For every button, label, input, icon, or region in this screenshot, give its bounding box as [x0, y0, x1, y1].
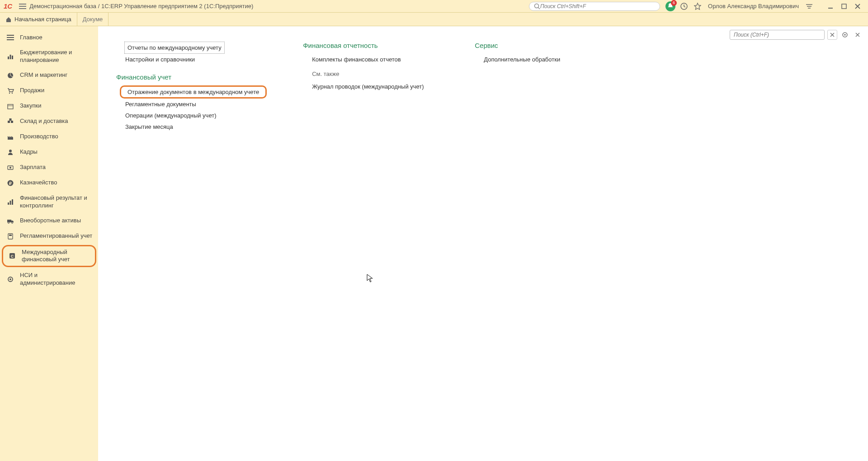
- tabs-bar: Начальная страница Докуме: [0, 13, 868, 26]
- svg-rect-27: [8, 234, 13, 239]
- svg-point-34: [844, 34, 846, 36]
- link-operations[interactable]: Операции (международный учет): [116, 110, 267, 121]
- sidebar-item-label: Финансовый результат и контроллинг: [20, 194, 94, 210]
- svg-point-9: [9, 93, 10, 94]
- sidebar-item-label: Продажи: [20, 87, 44, 94]
- star-icon: [693, 2, 702, 10]
- cart-icon: [6, 87, 14, 95]
- link-settings-refs[interactable]: Настройки и справочники: [116, 54, 267, 65]
- settings-button[interactable]: [840, 30, 850, 40]
- minimize-icon: [827, 3, 834, 9]
- gear-icon: [841, 31, 849, 38]
- svg-point-32: [9, 278, 11, 280]
- sidebar-item-label: CRM и маркетинг: [20, 71, 67, 79]
- svg-rect-11: [8, 104, 13, 109]
- user-settings-button[interactable]: [804, 1, 815, 12]
- sidebar-item-label: Внеоборотные активы: [20, 217, 81, 225]
- global-search-input[interactable]: [540, 3, 655, 9]
- sidebar-item-budgeting[interactable]: Бюджетирование и планирование: [0, 45, 98, 68]
- sidebar-item-label: Производство: [20, 133, 58, 141]
- svg-rect-23: [12, 199, 13, 205]
- history-icon: [680, 2, 688, 10]
- link-reports-intl[interactable]: Отчеты по международному учету: [124, 42, 225, 54]
- sidebar-item-warehouse[interactable]: Склад и доставка: [0, 114, 98, 129]
- tab-home[interactable]: Начальная страница: [0, 13, 77, 26]
- menu-icon: [6, 33, 14, 42]
- factory-icon: [6, 133, 14, 141]
- pie-icon: [6, 71, 14, 80]
- svg-rect-24: [7, 220, 11, 222]
- sidebar-item-label: Казначейство: [20, 179, 57, 187]
- sidebar-item-purchases[interactable]: Закупки: [0, 99, 98, 114]
- titlebar: 1C Демонстрационная база / 1C:ERP Управл…: [0, 0, 868, 13]
- sidebar-item-assets[interactable]: Внеоборотные активы: [0, 213, 98, 229]
- box-icon: [6, 102, 14, 110]
- sidebar-item-admin[interactable]: НСИ и администрирование: [0, 268, 98, 291]
- sidebar-item-ifrs[interactable]: C Международный финансовый учет: [2, 245, 96, 268]
- column-1: Отчеты по международному учету Настройки…: [116, 42, 267, 132]
- sidebar-item-sales[interactable]: Продажи: [0, 83, 98, 99]
- svg-point-16: [9, 150, 12, 152]
- sidebar-item-salary[interactable]: Зарплата: [0, 160, 98, 175]
- sidebar-item-label: Международный финансовый учет: [22, 249, 92, 264]
- svg-rect-13: [8, 121, 10, 123]
- sidebar-item-label: Зарплата: [20, 164, 46, 171]
- sidebar-item-crm[interactable]: CRM и маркетинг: [0, 68, 98, 83]
- link-doc-reflection[interactable]: Отражение документов в международном уче…: [120, 85, 267, 99]
- svg-point-25: [8, 222, 9, 223]
- search-icon: [534, 3, 540, 9]
- favorites-button[interactable]: [692, 1, 703, 12]
- maximize-button[interactable]: [839, 1, 849, 12]
- link-reg-docs[interactable]: Регламентные документы: [116, 99, 267, 110]
- tab-documents[interactable]: Докуме: [77, 13, 109, 26]
- svg-rect-28: [9, 235, 12, 236]
- sidebar-item-regaccounting[interactable]: Регламентированный учет: [0, 229, 98, 244]
- svg-text:₽: ₽: [9, 181, 12, 186]
- warehouse-icon: [6, 118, 14, 126]
- close-panel-button[interactable]: [853, 30, 863, 40]
- sidebar-item-production[interactable]: Производство: [0, 129, 98, 145]
- home-icon: [5, 16, 12, 23]
- sidebar-item-hr[interactable]: Кадры: [0, 145, 98, 160]
- section-search-input[interactable]: [730, 30, 825, 40]
- maximize-icon: [841, 3, 847, 9]
- chart-icon: [6, 52, 14, 61]
- sidebar-item-label: Регламентированный учет: [20, 232, 92, 240]
- link-journal[interactable]: Журнал проводок (международный учет): [303, 81, 439, 92]
- content-area: Отчеты по международному учету Настройки…: [98, 26, 868, 461]
- tab-label: Начальная страница: [14, 16, 71, 23]
- svg-rect-5: [8, 56, 9, 59]
- history-button[interactable]: [679, 1, 689, 12]
- svg-point-18: [9, 167, 11, 169]
- sidebar-item-finresult[interactable]: Финансовый результат и контроллинг: [0, 191, 98, 213]
- clear-search-button[interactable]: [827, 30, 837, 40]
- current-user[interactable]: Орлов Александр Владимирович: [708, 3, 799, 9]
- link-additional-processing[interactable]: Дополнительные обработки: [475, 54, 610, 65]
- sidebar-item-label: Склад и доставка: [20, 118, 68, 125]
- column-3: Сервис Дополнительные обработки: [475, 42, 610, 65]
- close-button[interactable]: [852, 1, 863, 12]
- section-financial: Финансовый учет: [116, 73, 267, 81]
- minimize-button[interactable]: [825, 1, 836, 12]
- tab-label: Докуме: [83, 16, 103, 23]
- main-menu-icon[interactable]: [17, 1, 28, 12]
- close-icon: [854, 3, 861, 9]
- link-month-close[interactable]: Закрытие месяца: [116, 121, 267, 132]
- svg-rect-7: [12, 56, 13, 59]
- sidebar-item-treasury[interactable]: ₽ Казначейство: [0, 175, 98, 191]
- column-2: Финансовая отчетность Комплекты финансов…: [303, 42, 439, 92]
- sidebar-item-main[interactable]: Главное: [0, 30, 98, 45]
- global-search[interactable]: [529, 2, 660, 11]
- ruble-icon: ₽: [6, 179, 14, 187]
- svg-rect-6: [10, 55, 11, 59]
- svg-point-26: [12, 222, 13, 223]
- svg-rect-15: [9, 118, 12, 121]
- app-logo: 1C: [4, 2, 12, 10]
- svg-point-10: [12, 93, 13, 94]
- filter-icon: [806, 4, 813, 9]
- globe-icon: C: [8, 252, 16, 260]
- link-report-sets[interactable]: Комплекты финансовых отчетов: [303, 54, 439, 65]
- notifications-button[interactable]: 6: [665, 1, 676, 12]
- calc-icon: [6, 232, 14, 240]
- bars-icon: [6, 198, 14, 206]
